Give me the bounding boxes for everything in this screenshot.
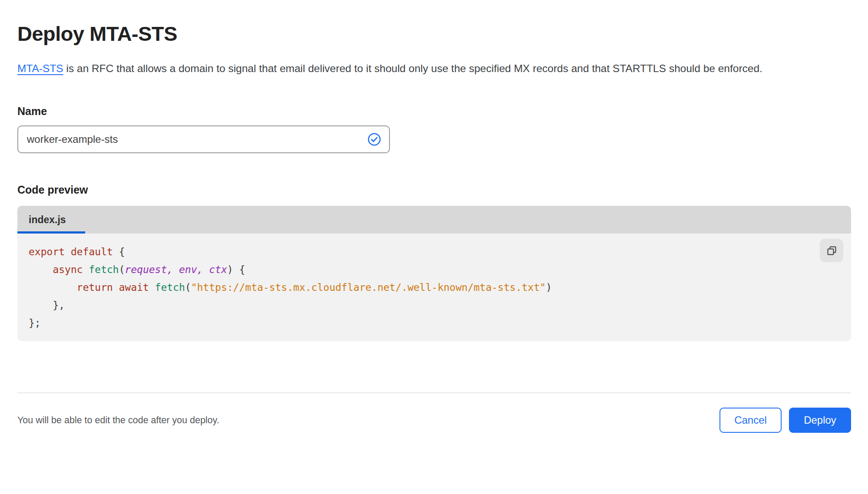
tab-index-js[interactable]: index.js	[17, 206, 83, 234]
footer-note: You will be able to edit the code after …	[17, 415, 219, 426]
cancel-button[interactable]: Cancel	[719, 408, 782, 433]
name-input-container	[17, 125, 390, 153]
description-text: is an RFC that allows a domain to signal…	[63, 63, 762, 74]
deploy-mta-sts-page: Deploy MTA-STS MTA-STS is an RFC that al…	[0, 22, 868, 494]
code-line: export default {	[29, 243, 816, 261]
code-preview-card: index.js export default { async fetch(re…	[17, 206, 851, 341]
code-line: },	[29, 296, 816, 314]
mta-sts-link[interactable]: MTA-STS	[17, 63, 63, 74]
footer-actions: Cancel Deploy	[719, 408, 851, 433]
page-title: Deploy MTA-STS	[17, 22, 851, 46]
code-preview-label: Code preview	[17, 184, 851, 196]
footer-divider	[17, 392, 851, 393]
deploy-button[interactable]: Deploy	[789, 408, 851, 433]
name-input[interactable]	[27, 133, 367, 145]
footer: You will be able to edit the code after …	[17, 408, 851, 433]
code-line: async fetch(request, env, ctx) {	[29, 261, 816, 279]
name-label: Name	[17, 105, 851, 118]
tab-label: index.js	[29, 214, 66, 226]
copy-icon[interactable]	[820, 239, 843, 262]
code-line: return await fetch("https://mta-sts.mx.c…	[29, 279, 816, 296]
code-tabbar: index.js	[17, 206, 851, 234]
description: MTA-STS is an RFC that allows a domain t…	[17, 59, 840, 78]
code-line: };	[29, 314, 816, 332]
check-circle-icon	[367, 132, 381, 146]
code-content: export default { async fetch(request, en…	[17, 234, 851, 341]
